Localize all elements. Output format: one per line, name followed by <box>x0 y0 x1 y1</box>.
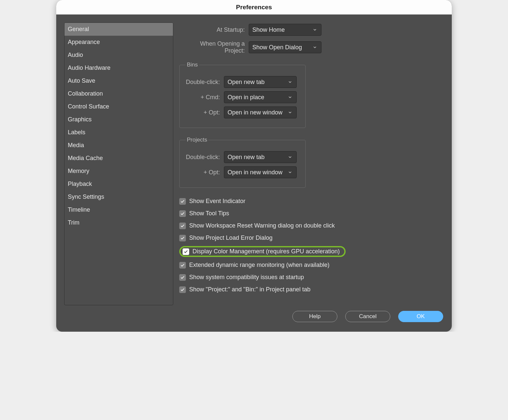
checkbox-row: Show system compatibility issues at star… <box>179 273 444 282</box>
bins-cmd-row: + Cmd: Open in place <box>186 91 299 103</box>
bins-cmd-value: Open in place <box>228 94 264 101</box>
preferences-window: Preferences GeneralAppearanceAudioAudio … <box>56 0 452 332</box>
projects-opt-dropdown[interactable]: Open in new window <box>224 166 297 178</box>
when-opening-label: When Opening a Project: <box>179 40 249 54</box>
checkbox-row: Show Tool Tips <box>179 209 444 218</box>
general-panel: At Startup: Show Home When Opening a Pro… <box>179 22 444 305</box>
chevron-down-icon <box>287 109 293 115</box>
bins-double-click-value: Open new tab <box>228 79 265 86</box>
checkbox-label: Show Project Load Error Dialog <box>189 234 273 241</box>
chevron-down-icon <box>287 79 293 85</box>
projects-group: Projects Double-click: Open new tab + Op… <box>179 137 306 188</box>
when-opening-row: When Opening a Project: Show Open Dialog <box>179 40 444 54</box>
sidebar-item-control-surface[interactable]: Control Surface <box>64 100 173 113</box>
checkbox-label: Show system compatibility issues at star… <box>189 274 304 281</box>
sidebar-item-collaboration[interactable]: Collaboration <box>64 87 173 100</box>
checkbox-row: Extended dynamic range monitoring (when … <box>179 260 444 270</box>
at-startup-row: At Startup: Show Home <box>179 24 444 36</box>
sidebar-item-appearance[interactable]: Appearance <box>64 36 173 49</box>
checkbox-row: Show Workspace Reset Warning dialog on d… <box>179 221 444 231</box>
bins-legend: Bins <box>186 62 199 68</box>
bins-cmd-dropdown[interactable]: Open in place <box>224 91 297 103</box>
bins-opt-dropdown[interactable]: Open in new window <box>224 106 297 118</box>
bins-double-click-row: Double-click: Open new tab <box>186 76 299 88</box>
projects-opt-label: + Opt: <box>186 169 224 176</box>
window-body: GeneralAppearanceAudioAudio HardwareAuto… <box>56 15 452 305</box>
when-opening-dropdown[interactable]: Show Open Dialog <box>249 41 321 53</box>
ok-button[interactable]: OK <box>398 311 443 322</box>
projects-legend: Projects <box>186 137 208 143</box>
bins-opt-label: + Opt: <box>186 109 224 116</box>
sidebar-item-media-cache[interactable]: Media Cache <box>64 152 173 165</box>
bins-cmd-label: + Cmd: <box>186 94 224 101</box>
checkbox[interactable] <box>179 286 186 293</box>
checkbox-list: Show Event IndicatorShow Tool TipsShow W… <box>179 194 444 297</box>
sidebar-item-media[interactable]: Media <box>64 139 173 152</box>
sidebar-item-sync-settings[interactable]: Sync Settings <box>64 190 173 203</box>
bins-opt-value: Open in new window <box>228 109 282 116</box>
chevron-down-icon <box>312 27 318 33</box>
sidebar-item-timeline[interactable]: Timeline <box>64 203 173 216</box>
checkbox-row: Show "Project:" and "Bin:" in Project pa… <box>179 285 444 294</box>
help-button[interactable]: Help <box>292 311 337 322</box>
projects-double-click-dropdown[interactable]: Open new tab <box>224 151 297 163</box>
checkbox[interactable] <box>179 223 186 229</box>
checkbox[interactable] <box>179 198 186 205</box>
checkbox-row: Show Event Indicator <box>179 196 444 206</box>
checkbox[interactable] <box>179 274 186 281</box>
sidebar-item-playback[interactable]: Playback <box>64 178 173 190</box>
checkbox-label: Show Tool Tips <box>189 210 229 217</box>
checkbox-label: Extended dynamic range monitoring (when … <box>189 262 329 269</box>
at-startup-label: At Startup: <box>179 26 249 33</box>
chevron-down-icon <box>287 94 293 100</box>
highlighted-option: Display Color Management (requires GPU a… <box>179 246 346 257</box>
sidebar-item-trim[interactable]: Trim <box>64 216 173 229</box>
projects-double-click-label: Double-click: <box>186 154 224 161</box>
sidebar-item-general[interactable]: General <box>64 23 173 36</box>
window-title: Preferences <box>236 4 272 11</box>
checkbox-label: Show Workspace Reset Warning dialog on d… <box>189 222 335 229</box>
checkbox-label: Display Color Management (requires GPU a… <box>192 248 340 255</box>
titlebar: Preferences <box>56 0 452 15</box>
checkbox-label: Show Event Indicator <box>189 198 245 205</box>
at-startup-value: Show Home <box>252 26 285 33</box>
chevron-down-icon <box>287 154 293 160</box>
dialog-footer: Help Cancel OK <box>56 305 452 332</box>
at-startup-dropdown[interactable]: Show Home <box>249 24 321 36</box>
bins-double-click-label: Double-click: <box>186 79 224 86</box>
category-sidebar: GeneralAppearanceAudioAudio HardwareAuto… <box>64 22 173 305</box>
sidebar-item-auto-save[interactable]: Auto Save <box>64 74 173 87</box>
bins-group: Bins Double-click: Open new tab + Cmd: O… <box>179 62 306 128</box>
sidebar-item-labels[interactable]: Labels <box>64 126 173 139</box>
chevron-down-icon <box>312 44 318 50</box>
chevron-down-icon <box>287 169 293 175</box>
bins-double-click-dropdown[interactable]: Open new tab <box>224 76 297 88</box>
sidebar-item-audio[interactable]: Audio <box>64 49 173 62</box>
projects-double-click-value: Open new tab <box>228 154 265 161</box>
projects-opt-row: + Opt: Open in new window <box>186 166 299 178</box>
sidebar-item-graphics[interactable]: Graphics <box>64 113 173 126</box>
checkbox-label: Show "Project:" and "Bin:" in Project pa… <box>189 286 311 293</box>
checkbox-row: Show Project Load Error Dialog <box>179 233 444 243</box>
projects-opt-value: Open in new window <box>228 169 282 176</box>
sidebar-item-memory[interactable]: Memory <box>64 165 173 178</box>
checkbox[interactable] <box>179 235 186 241</box>
projects-double-click-row: Double-click: Open new tab <box>186 151 299 163</box>
checkbox[interactable] <box>179 210 186 217</box>
bins-opt-row: + Opt: Open in new window <box>186 106 299 118</box>
sidebar-item-audio-hardware[interactable]: Audio Hardware <box>64 62 173 74</box>
checkbox[interactable] <box>179 262 186 269</box>
cancel-button[interactable]: Cancel <box>345 311 390 322</box>
checkbox[interactable] <box>183 248 189 255</box>
when-opening-value: Show Open Dialog <box>252 44 302 51</box>
